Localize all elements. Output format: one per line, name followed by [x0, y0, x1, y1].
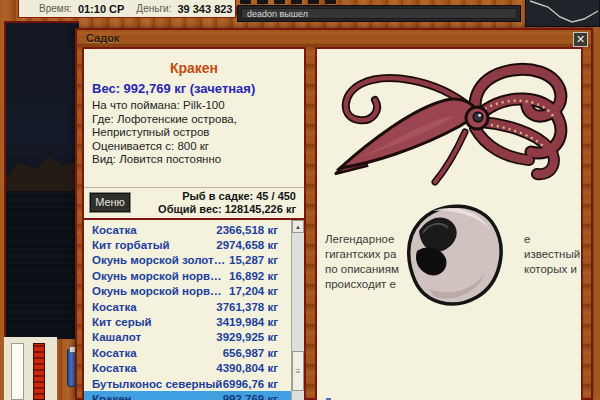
kraken-beak-image [389, 193, 511, 317]
fish-row-name: Бутылконос северный [92, 378, 222, 390]
fishing-scene [4, 21, 79, 337]
minimap[interactable] [525, 0, 600, 27]
fish-row-name: Кит серый [92, 316, 152, 328]
description-line: Легендарное [325, 232, 399, 247]
fish-row-weight: 6996,76 кг [223, 378, 278, 390]
fish-list-row[interactable]: Косатка3761,378 кг [84, 299, 291, 314]
fish-row-name: Окунь морской норвеж... [92, 285, 227, 297]
description-text-left: Легендарноегигантских рапо описаниямпрои… [325, 232, 399, 292]
fish-list-row[interactable]: Кашалот3929,925 кг [84, 330, 291, 345]
chat-toolbar-button[interactable] [240, 0, 251, 4]
fish-row-weight: 15,287 кг [229, 254, 278, 266]
fish-list-row[interactable]: Косатка4390,804 кг [84, 361, 291, 376]
fish-row-weight: 2366,518 кг [216, 224, 278, 236]
fish-row-name: Окунь морской норвеж... [92, 270, 227, 282]
fish-list-row[interactable]: Кракен992,769 кг [84, 391, 291, 400]
time-value: 01:10 СР [78, 3, 124, 15]
fish-row-name: Кракен [92, 393, 132, 400]
fish-row-weight: 3929,925 кг [216, 331, 278, 343]
panel-divider [306, 47, 315, 400]
description-line: е [524, 232, 580, 247]
description-line: по описаниям [325, 262, 399, 277]
fish-name: Кракен [84, 60, 304, 76]
money-label: Деньги: [136, 3, 171, 14]
fish-row-name: Кашалот [92, 331, 141, 343]
fish-description-panel: Легендарноегигантских рапо описаниямпрои… [315, 47, 583, 400]
fish-list-row[interactable]: Окунь морской золоти...15,287 кг [84, 253, 291, 268]
fish-weight: Вес: 992,769 кг (зачетная) [92, 81, 296, 96]
fish-row-name: Косатка [92, 224, 137, 236]
list-scrollbar[interactable]: ▲ ≡ [291, 220, 304, 400]
fish-list-row[interactable]: Косатка2366,518 кг [84, 222, 291, 237]
fish-season-line: Вид: Ловится постоянно [92, 153, 296, 167]
fish-list-row[interactable]: Бутылконос северный6996,76 кг [84, 376, 291, 391]
fish-row-weight: 16,892 кг [229, 270, 278, 282]
fish-bait-line: На что поймана: Pilk-100 [92, 99, 296, 113]
scroll-thumb[interactable]: ≡ [292, 351, 304, 391]
tension-gauge [33, 343, 45, 400]
fish-info-panel: Кракен Вес: 992,769 кг (зачетная) На что… [82, 47, 306, 400]
scroll-up-icon[interactable]: ▲ [292, 220, 304, 233]
kraken-illustration [325, 54, 575, 192]
fish-row-name: Косатка [92, 301, 137, 313]
fish-list: Косатка2366,518 кгКит горбатый2974,658 к… [84, 218, 304, 400]
status-bar: Время: 01:10 СР Деньги: 39 343 823 руб. [18, 0, 236, 18]
fish-row-name: Косатка [92, 362, 137, 374]
fish-row-weight: 17,204 кг [229, 285, 278, 297]
chat-toolbar-button[interactable] [308, 0, 319, 4]
cage-count: Рыб в садке: 45 / 450 [130, 190, 296, 203]
fish-list-row[interactable]: Кит серый3419,984 кг [84, 314, 291, 329]
hills-silhouette [6, 141, 79, 193]
chat-toolbar-button[interactable] [257, 0, 268, 4]
minimap-line [526, 0, 599, 25]
chat-toolbar [240, 0, 336, 4]
chat-toolbar-button[interactable] [291, 0, 302, 4]
fish-row-name: Косатка [92, 347, 137, 359]
keepnet-footer: Меню Рыб в садке: 45 / 450 Общий вес: 12… [84, 187, 304, 217]
fish-row-weight: 3419,984 кг [216, 316, 278, 328]
description-line: происходит е [325, 277, 399, 292]
close-icon[interactable]: ✕ [573, 32, 588, 47]
chat-toolbar-button[interactable] [274, 0, 285, 4]
chat-message[interactable]: deadon вышел [241, 8, 517, 19]
chat-toolbar-button[interactable] [325, 0, 336, 4]
fish-row-weight: 3761,378 кг [216, 301, 278, 313]
water [6, 191, 79, 339]
description-line: гигантских ра [325, 247, 399, 262]
fish-row-weight: 4390,804 кг [216, 362, 278, 374]
time-label: Время: [39, 3, 72, 14]
fish-list-row[interactable]: Окунь морской норвеж...16,892 кг [84, 268, 291, 283]
game-screen: Время: 01:10 СР Деньги: 39 343 823 руб. … [0, 0, 600, 400]
fish-list-row[interactable]: Окунь морской норвеж...17,204 кг [84, 284, 291, 299]
description-line: которых и [524, 262, 580, 277]
total-weight: Общий вес: 128145,226 кг [130, 203, 296, 216]
window-title: Садок [77, 30, 591, 46]
fish-list-row[interactable]: Кит горбатый2974,658 кг [84, 237, 291, 252]
description-text-right: еизвестныйкоторых и [524, 232, 580, 277]
depth-gauge [11, 343, 24, 400]
fish-row-weight: 992,769 кг [223, 393, 278, 400]
fish-place-line: Где: Лофотенские острова, Неприступный о… [92, 113, 296, 140]
fish-row-name: Кит горбатый [92, 239, 170, 251]
fish-row-weight: 2974,658 кг [216, 239, 278, 251]
fish-row-name: Окунь морской золоти... [92, 254, 227, 266]
menu-button[interactable]: Меню [90, 193, 130, 212]
fish-list-row[interactable]: Косатка656,987 кг [84, 345, 291, 360]
fish-rated-line: Оценивается с: 800 кг [92, 140, 296, 154]
fish-row-weight: 656,987 кг [223, 347, 278, 359]
description-line: известный [524, 247, 580, 262]
keepnet-window: Садок ✕ Кракен Вес: 992,769 кг (зачетная… [75, 28, 593, 400]
chat-panel: deadon вышел [237, 5, 521, 22]
